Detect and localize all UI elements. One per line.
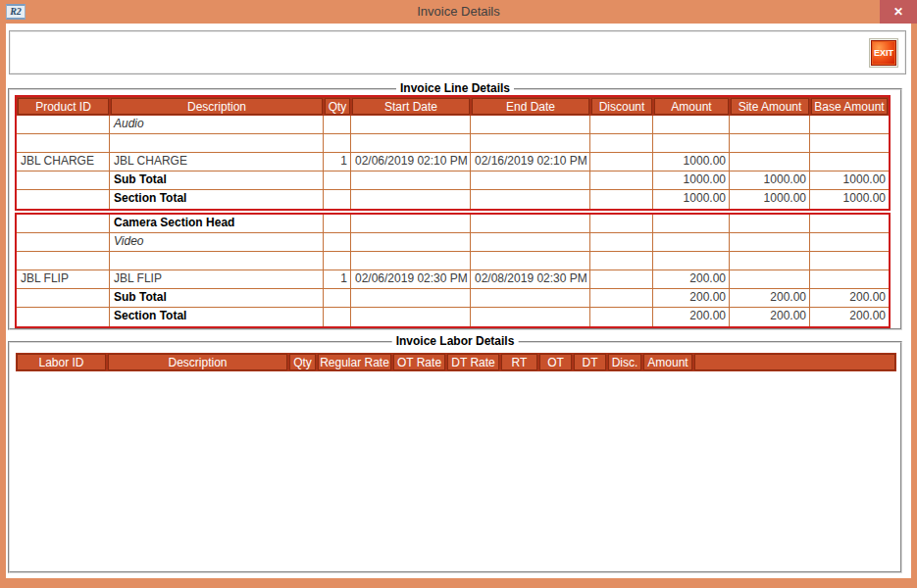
- toolbar-panel: EXIT: [9, 30, 906, 74]
- exit-button[interactable]: EXIT: [871, 40, 896, 66]
- table-cell: [590, 190, 653, 209]
- table-cell: Section Total: [110, 308, 324, 326]
- table-cell: 200.00: [653, 289, 730, 307]
- line-details-section-2: Camera Section HeadVideoJBL FLIPJBL FLIP…: [15, 213, 891, 328]
- table-cell: [351, 116, 471, 133]
- line-column-header-base-amount[interactable]: Base Amount: [811, 98, 888, 115]
- table-cell: 02/06/2019 02:10 PM: [351, 153, 471, 171]
- table-cell: [351, 308, 471, 326]
- table-row[interactable]: Sub Total200.00200.00200.00: [17, 289, 889, 308]
- table-cell: 1000.00: [730, 190, 810, 209]
- labor-column-header-dt-rate[interactable]: DT Rate: [447, 354, 499, 370]
- table-cell: [324, 116, 351, 133]
- table-cell: JBL FLIP: [110, 270, 324, 288]
- table-cell: [324, 308, 351, 326]
- table-cell: 1000.00: [653, 190, 730, 209]
- table-cell: [351, 190, 471, 209]
- exit-button-frame: EXIT: [869, 38, 898, 68]
- invoice-labor-details-legend: Invoice Labor Details: [392, 334, 519, 348]
- table-cell: [810, 270, 889, 288]
- table-cell: [17, 289, 110, 307]
- labor-column-header-qty[interactable]: Qty: [289, 354, 316, 370]
- table-cell: [324, 252, 351, 270]
- table-row[interactable]: Section Total200.00200.00200.00: [17, 308, 889, 326]
- titlebar: R2 Invoice Details ✕: [0, 0, 917, 24]
- table-cell: 200.00: [653, 308, 730, 326]
- table-cell: [730, 134, 810, 152]
- line-column-header-end-date[interactable]: End Date: [472, 98, 589, 115]
- table-cell: [17, 252, 110, 270]
- line-column-header-start-date[interactable]: Start Date: [352, 98, 470, 115]
- table-cell: [590, 252, 653, 270]
- table-row[interactable]: JBL FLIPJBL FLIP102/06/2019 02:30 PM02/0…: [17, 270, 889, 289]
- table-cell: [471, 134, 590, 152]
- labor-column-header-dt[interactable]: DT: [574, 354, 606, 370]
- invoice-labor-details-groupbox: Invoice Labor Details Labor IDDescriptio…: [8, 341, 902, 573]
- table-cell: [590, 308, 653, 326]
- labor-column-header-regular-rate[interactable]: Regular Rate: [318, 354, 391, 370]
- table-cell: 1000.00: [730, 172, 810, 189]
- table-cell: [653, 116, 730, 133]
- table-row[interactable]: Sub Total1000.001000.001000.00: [17, 172, 889, 190]
- labor-column-header-rt[interactable]: RT: [501, 354, 537, 370]
- window-title: Invoice Details: [0, 0, 917, 24]
- labor-column-header-description[interactable]: Description: [108, 354, 287, 370]
- labor-column-header-labor-id[interactable]: Labor ID: [17, 354, 106, 370]
- table-cell: 200.00: [730, 308, 810, 326]
- table-cell: [17, 215, 110, 232]
- table-cell: [471, 215, 590, 232]
- table-cell: 1000.00: [653, 172, 730, 189]
- window-content: EXIT Invoice Line Details Product IDDesc…: [6, 24, 911, 578]
- table-cell: [471, 289, 590, 307]
- labor-column-header-disc-[interactable]: Disc.: [608, 354, 641, 370]
- table-cell: Audio: [110, 116, 324, 133]
- table-cell: [653, 215, 730, 232]
- table-row[interactable]: [17, 252, 889, 270]
- labor-column-header-ot-rate[interactable]: OT Rate: [393, 354, 445, 370]
- table-cell: [730, 233, 810, 251]
- table-cell: [810, 252, 889, 270]
- invoice-labor-details-table: Labor IDDescriptionQtyRegular RateOT Rat…: [16, 353, 896, 371]
- table-cell: [590, 134, 653, 152]
- table-cell: Sub Total: [110, 172, 324, 189]
- table-cell: [590, 233, 653, 251]
- line-column-header-site-amount[interactable]: Site Amount: [731, 98, 809, 115]
- invoice-line-details-table: Product IDDescriptionQtyStart DateEnd Da…: [15, 95, 891, 328]
- line-column-header-product-id[interactable]: Product ID: [18, 98, 109, 115]
- table-cell: [810, 134, 889, 152]
- labor-column-header-amount[interactable]: Amount: [643, 354, 692, 370]
- table-row[interactable]: Video: [17, 233, 889, 252]
- table-cell: [351, 134, 471, 152]
- table-cell: [590, 270, 653, 288]
- line-column-header-description[interactable]: Description: [111, 98, 323, 115]
- table-row[interactable]: Audio: [17, 116, 889, 134]
- line-column-header-qty[interactable]: Qty: [325, 98, 350, 115]
- table-cell: [351, 289, 471, 307]
- table-row[interactable]: JBL CHARGEJBL CHARGE102/06/2019 02:10 PM…: [17, 153, 889, 172]
- table-cell: Sub Total: [110, 289, 324, 307]
- line-column-header-amount[interactable]: Amount: [654, 98, 729, 115]
- table-cell: [730, 116, 810, 133]
- table-cell: [590, 215, 653, 232]
- table-cell: 1000.00: [653, 153, 730, 171]
- table-cell: [17, 134, 110, 152]
- table-cell: 02/16/2019 02:10 PM: [471, 153, 590, 171]
- table-cell: [810, 215, 889, 232]
- table-cell: [324, 215, 351, 232]
- line-column-header-discount[interactable]: Discount: [591, 98, 652, 115]
- close-button[interactable]: ✕: [880, 0, 917, 24]
- table-cell: [810, 233, 889, 251]
- table-row[interactable]: [17, 134, 889, 153]
- labor-column-header-ot[interactable]: OT: [539, 354, 572, 370]
- table-cell: [324, 172, 351, 189]
- table-cell: [324, 233, 351, 251]
- table-cell: 1: [324, 153, 351, 171]
- table-cell: JBL FLIP: [17, 270, 110, 288]
- table-row[interactable]: Camera Section Head: [17, 215, 889, 233]
- table-cell: [324, 190, 351, 209]
- table-cell: [324, 289, 351, 307]
- table-cell: [17, 233, 110, 251]
- table-row[interactable]: Section Total1000.001000.001000.00: [17, 190, 889, 209]
- table-cell: Camera Section Head: [110, 215, 324, 232]
- table-cell: [590, 116, 653, 133]
